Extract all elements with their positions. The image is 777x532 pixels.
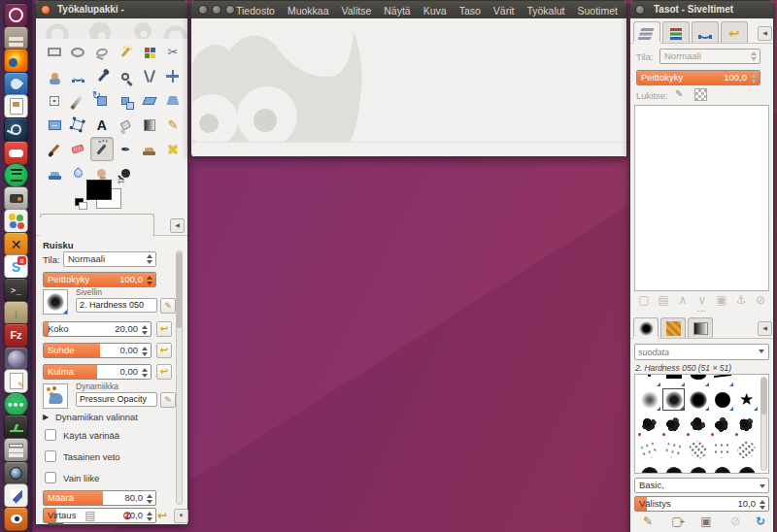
- menu-edit[interactable]: Muokkaa: [287, 2, 329, 19]
- tool-free-select[interactable]: [90, 40, 114, 64]
- refresh-brushes-button[interactable]: ↻: [753, 515, 768, 529]
- launcher-icon-server[interactable]: [4, 438, 28, 462]
- scrollbar-thumb[interactable]: [177, 252, 182, 328]
- tool-select-by-color[interactable]: [138, 40, 161, 64]
- launcher-icon-filezilla[interactable]: Fz: [4, 323, 28, 348]
- brush-hardness-100[interactable]: [711, 388, 733, 411]
- default-colors-bg-icon[interactable]: [79, 202, 87, 210]
- menu-filters[interactable]: Suotimet: [578, 2, 618, 19]
- tool-paintbrush[interactable]: [43, 137, 66, 161]
- tool-options-scrollbar[interactable]: [176, 250, 183, 505]
- tool-ellipse-select[interactable]: [66, 40, 89, 64]
- close-button[interactable]: [41, 5, 51, 15]
- brush-acrylic-4[interactable]: [711, 414, 733, 436]
- brush-thumbnail[interactable]: [43, 289, 68, 315]
- motion-only-checkbox[interactable]: [45, 472, 56, 483]
- restore-options-button[interactable]: ▤: [83, 509, 98, 523]
- tool-gradient[interactable]: [138, 113, 161, 137]
- scrollbar-thumb[interactable]: [761, 378, 766, 415]
- tool-zoom[interactable]: [114, 64, 137, 88]
- launcher-icon-firefox[interactable]: [4, 49, 28, 73]
- tool-airbrush[interactable]: [90, 137, 114, 161]
- launcher-icon-ubuntu[interactable]: [4, 3, 28, 27]
- launcher-icon-libreoffice[interactable]: [4, 94, 28, 118]
- brush-pixel[interactable]: [638, 374, 660, 386]
- brush-splatter-5[interactable]: [735, 439, 758, 461]
- tab-channels[interactable]: [662, 21, 690, 44]
- menu-select[interactable]: Valitse: [342, 2, 372, 19]
- anchor-layer-button[interactable]: ⚓: [733, 293, 749, 308]
- launcher-icon-files[interactable]: [4, 26, 28, 50]
- launcher-icon-terminal[interactable]: >_: [4, 278, 28, 302]
- brush-splatter-3[interactable]: [687, 439, 709, 461]
- launcher-icon-camera[interactable]: [4, 461, 28, 485]
- reset-options-button[interactable]: ↩: [154, 509, 170, 523]
- close-button[interactable]: [198, 5, 208, 15]
- launcher-icon-skype[interactable]: Sα: [4, 254, 28, 279]
- menu-colors[interactable]: Värit: [493, 2, 515, 19]
- smooth-stroke-checkbox-label[interactable]: Tasainen veto: [63, 451, 120, 462]
- brush-splatter-1[interactable]: [638, 439, 660, 461]
- tool-crop[interactable]: [66, 88, 89, 113]
- menu-view[interactable]: Näytä: [384, 2, 410, 19]
- tool-perspective[interactable]: [161, 88, 185, 113]
- brush-edit-button[interactable]: ✎: [160, 298, 176, 314]
- tool-rotate[interactable]: ↻: [90, 88, 114, 113]
- tool-shear[interactable]: [138, 88, 161, 113]
- raise-layer-button[interactable]: ∧: [675, 293, 691, 308]
- launcher-icon-chat[interactable]: ●●●: [4, 392, 28, 416]
- size-slider[interactable]: Koko 20,00: [43, 321, 152, 337]
- tool-ink[interactable]: ✒: [114, 137, 137, 161]
- tool-pencil[interactable]: ✎: [161, 113, 185, 137]
- brush-acrylic-5[interactable]: [735, 414, 758, 436]
- delete-brush-button[interactable]: ⊘: [727, 515, 743, 529]
- tab-paths[interactable]: [692, 21, 719, 44]
- rate-slider[interactable]: Määrä 80,0: [43, 490, 156, 506]
- launcher-icon-steam[interactable]: [4, 117, 28, 142]
- brush-block-2[interactable]: [687, 374, 709, 386]
- launcher-icon-thunderbird[interactable]: [4, 72, 28, 96]
- duplicate-layer-button[interactable]: ▣: [714, 293, 729, 308]
- brush-tag-combo[interactable]: Basic,: [634, 478, 769, 493]
- brush-acrylic-3[interactable]: [687, 414, 709, 436]
- mode-combo[interactable]: Normaali: [63, 251, 156, 267]
- tab-menu-button[interactable]: ◀: [170, 218, 185, 233]
- launcher-icon-archive[interactable]: ↓: [4, 301, 28, 325]
- brush-splatter-2[interactable]: [662, 439, 685, 461]
- jitter-checkbox-label[interactable]: Käytä värinää: [63, 430, 119, 441]
- tool-cage-transform[interactable]: [66, 113, 89, 137]
- tab-layers[interactable]: [633, 21, 660, 44]
- brush-hardness-075[interactable]: [687, 388, 709, 411]
- empty-canvas-drop-area[interactable]: [192, 19, 626, 156]
- brush-acrylic-1[interactable]: [638, 414, 660, 436]
- swap-colors-icon[interactable]: ⇄: [118, 176, 125, 185]
- launcher-icon-disk-utility[interactable]: [4, 186, 28, 211]
- flow-slider[interactable]: Virtaus 10,0: [43, 508, 156, 523]
- delete-layer-button[interactable]: ⊘: [753, 293, 768, 308]
- tool-align[interactable]: [43, 88, 66, 113]
- smooth-stroke-checkbox[interactable]: [45, 450, 56, 462]
- dynamics-expander-arrow-icon[interactable]: ▶: [43, 413, 49, 421]
- tool-bucket-fill[interactable]: [114, 113, 137, 137]
- minimize-button[interactable]: [212, 5, 221, 15]
- toolbox-titlebar[interactable]: Työkalupakki - Työkaluasetukset: [36, 1, 187, 18]
- new-layer-button[interactable]: ▢: [636, 293, 652, 308]
- brush-acrylic-2[interactable]: [662, 414, 685, 436]
- dock-splitter-handle[interactable]: ⋯: [689, 310, 714, 314]
- tool-eraser[interactable]: [66, 137, 89, 161]
- launcher-icon-system-monitor[interactable]: [4, 415, 28, 439]
- tool-flip[interactable]: ↔: [43, 113, 66, 137]
- tool-scissors-select[interactable]: ✂: [161, 40, 185, 64]
- spacing-slider[interactable]: Välistys 10,0: [634, 496, 769, 512]
- launcher-icon-x-app[interactable]: ✕: [4, 232, 28, 256]
- brush-block-1[interactable]: [662, 374, 685, 386]
- jitter-checkbox[interactable]: [45, 429, 56, 441]
- motion-only-checkbox-label[interactable]: Vain liike: [63, 473, 99, 483]
- launcher-icon-shield[interactable]: [4, 483, 28, 508]
- dock-tab-menu-button[interactable]: ◀: [758, 26, 772, 41]
- dock-titlebar[interactable]: Tasot - Siveltimet: [630, 1, 773, 18]
- menu-layer[interactable]: Taso: [459, 2, 481, 19]
- brush-hardness-025[interactable]: [638, 388, 660, 411]
- tool-rectangle-select[interactable]: [43, 40, 66, 64]
- foreground-color-swatch[interactable]: [86, 180, 112, 200]
